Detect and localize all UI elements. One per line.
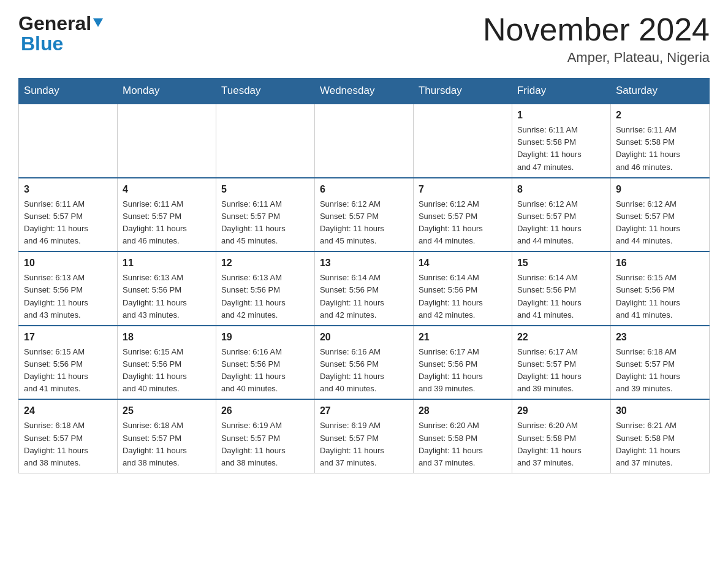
table-row: 11Sunrise: 6:13 AMSunset: 5:56 PMDayligh… bbox=[117, 251, 216, 326]
table-row: 21Sunrise: 6:17 AMSunset: 5:56 PMDayligh… bbox=[413, 326, 512, 400]
day-number: 26 bbox=[221, 404, 309, 418]
day-number: 20 bbox=[320, 330, 408, 345]
day-info: Sunrise: 6:12 AMSunset: 5:57 PMDaylight:… bbox=[419, 198, 507, 248]
table-row: 7Sunrise: 6:12 AMSunset: 5:57 PMDaylight… bbox=[413, 178, 512, 252]
day-number: 30 bbox=[616, 404, 704, 418]
table-row: 14Sunrise: 6:14 AMSunset: 5:56 PMDayligh… bbox=[413, 251, 512, 326]
table-row bbox=[413, 104, 512, 178]
day-number: 3 bbox=[24, 182, 112, 197]
day-number: 6 bbox=[320, 182, 408, 197]
day-number: 12 bbox=[221, 256, 309, 270]
day-info: Sunrise: 6:11 AMSunset: 5:57 PMDaylight:… bbox=[123, 198, 211, 248]
day-info: Sunrise: 6:15 AMSunset: 5:56 PMDaylight:… bbox=[616, 272, 704, 321]
table-row: 10Sunrise: 6:13 AMSunset: 5:56 PMDayligh… bbox=[19, 251, 118, 326]
day-info: Sunrise: 6:11 AMSunset: 5:58 PMDaylight:… bbox=[616, 124, 704, 174]
table-row: 29Sunrise: 6:20 AMSunset: 5:58 PMDayligh… bbox=[512, 399, 610, 473]
day-number: 4 bbox=[123, 182, 211, 197]
day-info: Sunrise: 6:13 AMSunset: 5:56 PMDaylight:… bbox=[24, 272, 112, 321]
logo-blue-text: Blue bbox=[21, 33, 63, 55]
logo-general-text: General bbox=[18, 12, 91, 35]
col-saturday: Saturday bbox=[610, 79, 709, 104]
table-row: 8Sunrise: 6:12 AMSunset: 5:57 PMDaylight… bbox=[512, 178, 610, 252]
location-subtitle: Amper, Plateau, Nigeria bbox=[483, 50, 710, 66]
calendar-header-row: Sunday Monday Tuesday Wednesday Thursday… bbox=[19, 79, 710, 104]
day-info: Sunrise: 6:17 AMSunset: 5:57 PMDaylight:… bbox=[517, 346, 605, 396]
day-number: 11 bbox=[123, 256, 211, 270]
svg-marker-0 bbox=[93, 18, 103, 27]
day-number: 1 bbox=[517, 108, 605, 123]
day-info: Sunrise: 6:18 AMSunset: 5:57 PMDaylight:… bbox=[123, 419, 211, 469]
day-number: 5 bbox=[221, 182, 309, 197]
table-row: 6Sunrise: 6:12 AMSunset: 5:57 PMDaylight… bbox=[314, 178, 413, 252]
col-friday: Friday bbox=[512, 79, 610, 104]
table-row: 26Sunrise: 6:19 AMSunset: 5:57 PMDayligh… bbox=[216, 399, 314, 473]
title-block: November 2024 Amper, Plateau, Nigeria bbox=[483, 12, 710, 66]
calendar-week-row: 1Sunrise: 6:11 AMSunset: 5:58 PMDaylight… bbox=[19, 104, 710, 178]
calendar-week-row: 24Sunrise: 6:18 AMSunset: 5:57 PMDayligh… bbox=[19, 399, 710, 473]
table-row: 13Sunrise: 6:14 AMSunset: 5:56 PMDayligh… bbox=[314, 251, 413, 326]
day-info: Sunrise: 6:14 AMSunset: 5:56 PMDaylight:… bbox=[419, 272, 507, 321]
day-info: Sunrise: 6:14 AMSunset: 5:56 PMDaylight:… bbox=[320, 272, 408, 321]
day-number: 18 bbox=[123, 330, 211, 345]
table-row: 2Sunrise: 6:11 AMSunset: 5:58 PMDaylight… bbox=[610, 104, 709, 178]
day-info: Sunrise: 6:12 AMSunset: 5:57 PMDaylight:… bbox=[517, 198, 605, 248]
calendar-week-row: 10Sunrise: 6:13 AMSunset: 5:56 PMDayligh… bbox=[19, 251, 710, 326]
day-info: Sunrise: 6:15 AMSunset: 5:56 PMDaylight:… bbox=[24, 346, 112, 396]
col-thursday: Thursday bbox=[413, 79, 512, 104]
day-info: Sunrise: 6:18 AMSunset: 5:57 PMDaylight:… bbox=[616, 346, 704, 396]
table-row: 16Sunrise: 6:15 AMSunset: 5:56 PMDayligh… bbox=[610, 251, 709, 326]
day-number: 13 bbox=[320, 256, 408, 270]
table-row bbox=[19, 104, 118, 178]
day-info: Sunrise: 6:14 AMSunset: 5:56 PMDaylight:… bbox=[517, 272, 605, 321]
day-info: Sunrise: 6:19 AMSunset: 5:57 PMDaylight:… bbox=[221, 419, 309, 469]
table-row bbox=[216, 104, 314, 178]
day-info: Sunrise: 6:16 AMSunset: 5:56 PMDaylight:… bbox=[221, 346, 309, 396]
day-number: 9 bbox=[616, 182, 704, 197]
day-number: 28 bbox=[419, 404, 507, 418]
day-number: 19 bbox=[221, 330, 309, 345]
table-row: 19Sunrise: 6:16 AMSunset: 5:56 PMDayligh… bbox=[216, 326, 314, 400]
col-monday: Monday bbox=[117, 79, 216, 104]
table-row: 30Sunrise: 6:21 AMSunset: 5:58 PMDayligh… bbox=[610, 399, 709, 473]
month-year-title: November 2024 bbox=[483, 12, 710, 47]
day-number: 8 bbox=[517, 182, 605, 197]
day-number: 24 bbox=[24, 404, 112, 418]
day-info: Sunrise: 6:11 AMSunset: 5:58 PMDaylight:… bbox=[517, 124, 605, 174]
table-row: 25Sunrise: 6:18 AMSunset: 5:57 PMDayligh… bbox=[117, 399, 216, 473]
day-number: 10 bbox=[24, 256, 112, 270]
page-header: General Blue November 2024 Amper, Platea… bbox=[18, 12, 710, 66]
col-sunday: Sunday bbox=[19, 79, 118, 104]
day-number: 29 bbox=[517, 404, 605, 418]
table-row bbox=[117, 104, 216, 178]
day-info: Sunrise: 6:18 AMSunset: 5:57 PMDaylight:… bbox=[24, 419, 112, 469]
day-info: Sunrise: 6:11 AMSunset: 5:57 PMDaylight:… bbox=[24, 198, 112, 248]
table-row bbox=[314, 104, 413, 178]
logo-arrow-icon bbox=[92, 16, 105, 29]
table-row: 24Sunrise: 6:18 AMSunset: 5:57 PMDayligh… bbox=[19, 399, 118, 473]
day-number: 25 bbox=[123, 404, 211, 418]
day-number: 22 bbox=[517, 330, 605, 345]
logo: General Blue bbox=[18, 12, 105, 55]
table-row: 3Sunrise: 6:11 AMSunset: 5:57 PMDaylight… bbox=[19, 178, 118, 252]
day-number: 23 bbox=[616, 330, 704, 345]
table-row: 15Sunrise: 6:14 AMSunset: 5:56 PMDayligh… bbox=[512, 251, 610, 326]
day-info: Sunrise: 6:12 AMSunset: 5:57 PMDaylight:… bbox=[320, 198, 408, 248]
table-row: 22Sunrise: 6:17 AMSunset: 5:57 PMDayligh… bbox=[512, 326, 610, 400]
day-number: 2 bbox=[616, 108, 704, 123]
day-info: Sunrise: 6:13 AMSunset: 5:56 PMDaylight:… bbox=[123, 272, 211, 321]
day-info: Sunrise: 6:13 AMSunset: 5:56 PMDaylight:… bbox=[221, 272, 309, 321]
table-row: 4Sunrise: 6:11 AMSunset: 5:57 PMDaylight… bbox=[117, 178, 216, 252]
day-number: 27 bbox=[320, 404, 408, 418]
day-info: Sunrise: 6:15 AMSunset: 5:56 PMDaylight:… bbox=[123, 346, 211, 396]
calendar-week-row: 3Sunrise: 6:11 AMSunset: 5:57 PMDaylight… bbox=[19, 178, 710, 252]
day-number: 17 bbox=[24, 330, 112, 345]
table-row: 12Sunrise: 6:13 AMSunset: 5:56 PMDayligh… bbox=[216, 251, 314, 326]
day-number: 7 bbox=[419, 182, 507, 197]
table-row: 5Sunrise: 6:11 AMSunset: 5:57 PMDaylight… bbox=[216, 178, 314, 252]
day-info: Sunrise: 6:20 AMSunset: 5:58 PMDaylight:… bbox=[419, 419, 507, 469]
day-number: 16 bbox=[616, 256, 704, 270]
table-row: 1Sunrise: 6:11 AMSunset: 5:58 PMDaylight… bbox=[512, 104, 610, 178]
table-row: 20Sunrise: 6:16 AMSunset: 5:56 PMDayligh… bbox=[314, 326, 413, 400]
col-tuesday: Tuesday bbox=[216, 79, 314, 104]
table-row: 17Sunrise: 6:15 AMSunset: 5:56 PMDayligh… bbox=[19, 326, 118, 400]
